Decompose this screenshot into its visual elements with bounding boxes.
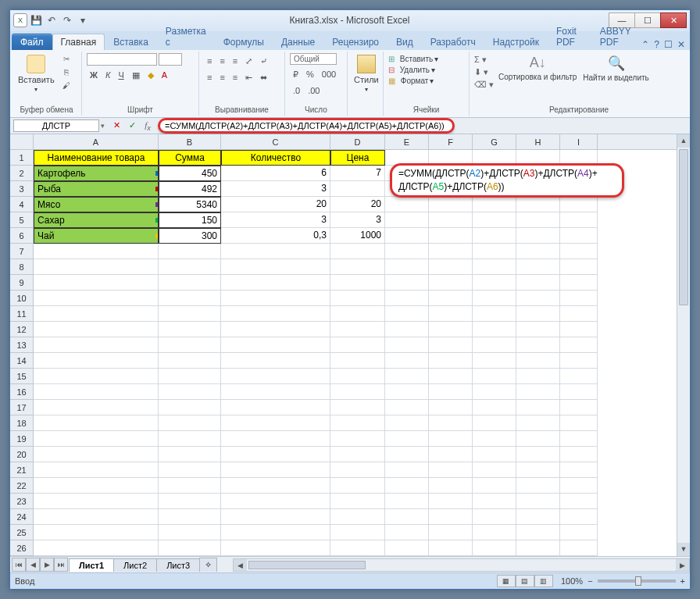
cell[interactable] (34, 275, 159, 291)
orientation-icon[interactable]: ⤢ (242, 55, 255, 68)
cell[interactable] (560, 244, 598, 259)
vertical-scrollbar[interactable]: ▲ ▼ (677, 134, 690, 556)
cell[interactable] (516, 353, 560, 369)
percent-icon[interactable]: % (303, 68, 317, 81)
cell[interactable] (330, 384, 385, 400)
sheet-tab-1[interactable]: Лист1 (69, 558, 114, 572)
cell-price[interactable]: 3 (330, 212, 385, 228)
cell[interactable] (34, 353, 159, 369)
cell[interactable] (385, 369, 429, 384)
cell[interactable] (34, 291, 159, 306)
cell[interactable] (159, 369, 221, 384)
row-header-22[interactable]: 22 (10, 478, 33, 494)
cell[interactable] (385, 353, 429, 369)
cell[interactable] (429, 275, 473, 291)
cell[interactable] (473, 400, 516, 415)
cell[interactable] (560, 369, 598, 384)
scroll-right-icon[interactable]: ▶ (676, 559, 689, 571)
cell[interactable] (560, 415, 598, 431)
cell[interactable] (221, 353, 330, 369)
cell-name[interactable]: Чай (34, 228, 159, 244)
cell[interactable] (385, 228, 429, 244)
cell[interactable] (560, 259, 598, 275)
cell[interactable] (330, 337, 385, 353)
cells-delete-button[interactable]: ⊟ Удалить ▾ (388, 66, 435, 74)
cell[interactable] (330, 291, 385, 306)
col-header-G[interactable]: G (473, 134, 516, 149)
col-header-I[interactable]: I (560, 134, 598, 149)
row-header-1[interactable]: 1 (10, 150, 33, 166)
cell[interactable] (429, 353, 473, 369)
cell[interactable] (330, 353, 385, 369)
cell[interactable] (560, 275, 598, 291)
cell[interactable] (330, 275, 385, 291)
row-header-4[interactable]: 4 (10, 197, 33, 212)
cell[interactable] (429, 462, 473, 478)
zoom-thumb[interactable] (635, 576, 641, 586)
cell[interactable] (159, 462, 221, 478)
cell-price[interactable] (330, 181, 385, 197)
cells-insert-button[interactable]: ⊞ Вставить ▾ (388, 55, 438, 63)
cell[interactable] (385, 462, 429, 478)
close-workbook-icon[interactable]: ✕ (677, 39, 685, 50)
select-all-cell[interactable] (10, 134, 33, 150)
cell[interactable] (560, 540, 598, 556)
cell[interactable] (330, 244, 385, 259)
cell[interactable] (385, 212, 429, 228)
cell[interactable] (473, 244, 516, 259)
cell[interactable] (330, 369, 385, 384)
tab-data[interactable]: Данные (273, 34, 323, 50)
row-header-13[interactable]: 13 (10, 337, 33, 353)
cut-icon[interactable]: ✂ (59, 55, 73, 66)
col-header-C[interactable]: C (221, 134, 330, 149)
cell[interactable] (560, 447, 598, 462)
cell[interactable] (159, 447, 221, 462)
cell[interactable] (159, 384, 221, 400)
cell[interactable] (330, 306, 385, 322)
cell-price[interactable]: 20 (330, 197, 385, 212)
col-header-D[interactable]: D (330, 134, 385, 149)
vscroll-thumb[interactable] (679, 149, 688, 305)
cell[interactable] (429, 509, 473, 525)
cell[interactable] (560, 478, 598, 494)
tab-formulas[interactable]: Формулы (215, 34, 273, 50)
cell[interactable] (473, 462, 516, 478)
cell[interactable] (473, 540, 516, 556)
save-icon[interactable]: 💾 (29, 13, 43, 27)
cell-sum[interactable]: 5340 (159, 197, 221, 212)
cell[interactable] (473, 197, 516, 212)
cell[interactable] (516, 275, 560, 291)
cell[interactable] (560, 306, 598, 322)
row-header-21[interactable]: 21 (10, 462, 33, 478)
cell[interactable] (159, 431, 221, 447)
cell[interactable] (560, 494, 598, 509)
cell[interactable] (473, 212, 516, 228)
cell[interactable] (516, 384, 560, 400)
cell[interactable] (330, 478, 385, 494)
cell[interactable] (429, 369, 473, 384)
cell-qty[interactable]: 6 (221, 166, 330, 181)
row-header-3[interactable]: 3 (10, 181, 33, 197)
cell[interactable] (429, 228, 473, 244)
font-color-button[interactable]: A (159, 69, 170, 82)
sheet-tab-3[interactable]: Лист3 (156, 558, 200, 572)
autosum-icon[interactable]: Σ ▾ (474, 55, 494, 65)
format-painter-icon[interactable]: 🖌 (59, 81, 73, 92)
cell[interactable] (516, 525, 560, 540)
cell[interactable] (221, 244, 330, 259)
cell[interactable] (473, 337, 516, 353)
cancel-formula-icon[interactable]: ✕ (109, 120, 123, 132)
cell[interactable] (159, 337, 221, 353)
cell[interactable] (385, 494, 429, 509)
cell[interactable] (429, 540, 473, 556)
tab-file[interactable]: Файл (12, 34, 52, 50)
tab-nav-first-icon[interactable]: ⏮ (12, 558, 26, 572)
row-header-18[interactable]: 18 (10, 415, 33, 431)
cell[interactable] (429, 291, 473, 306)
cell[interactable] (429, 259, 473, 275)
cell[interactable] (34, 525, 159, 540)
name-box[interactable]: ДЛСТР (13, 119, 99, 132)
cell[interactable] (473, 275, 516, 291)
cell[interactable] (516, 259, 560, 275)
cell[interactable] (473, 415, 516, 431)
